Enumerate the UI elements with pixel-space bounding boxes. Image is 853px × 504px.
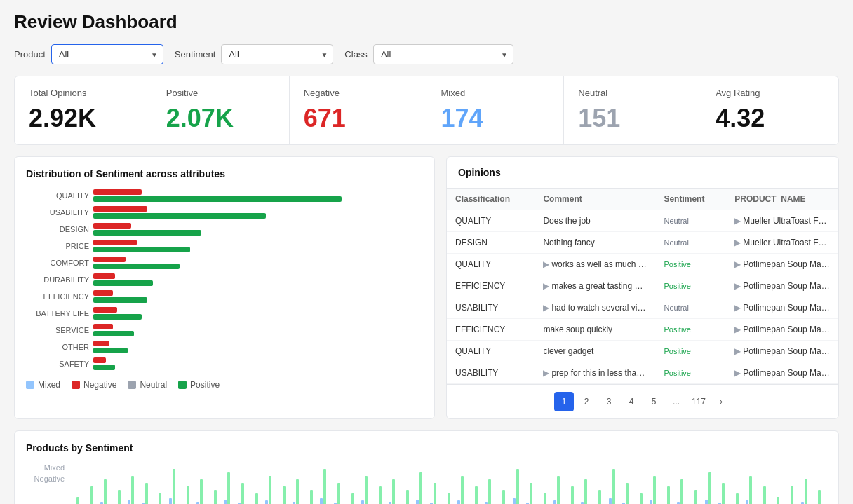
- sentiment-select[interactable]: All: [221, 44, 333, 64]
- positive-bar: [76, 497, 79, 504]
- mixed-bar: [196, 502, 199, 505]
- negative-bar: [93, 290, 113, 296]
- bar-group: [526, 483, 539, 504]
- metric-card-positive: Positive 2.07K: [152, 76, 290, 144]
- positive-bar: [323, 469, 326, 504]
- bar-label: USABILITY: [26, 208, 89, 217]
- product-cell: ▶Potlimepan Soup Maker: [726, 319, 838, 341]
- positive-bar: [736, 493, 739, 504]
- bar-group: [73, 497, 86, 504]
- bar-group: [100, 479, 113, 504]
- positive-bar: [777, 497, 779, 504]
- product-filter-group: Product All ▼: [14, 44, 163, 64]
- positive-bar: [544, 493, 546, 504]
- positive-bar: [131, 476, 134, 504]
- class-select[interactable]: All: [373, 44, 513, 64]
- sentiment-cell: Neutral: [655, 297, 726, 319]
- positive-bar: [406, 490, 409, 504]
- table-header-sentiment: Sentiment: [655, 189, 726, 210]
- mixed-bar: [705, 500, 708, 505]
- sentiment-cell: Positive: [655, 362, 726, 384]
- bar-group: [691, 490, 704, 504]
- product-select-wrapper: All ▼: [51, 44, 163, 64]
- mixed-bar: [320, 498, 323, 504]
- metric-card-mixed: Mixed 174: [426, 76, 564, 144]
- classification-cell: EFFICIENCY: [447, 275, 535, 297]
- table-header-comment: Comment: [535, 189, 655, 210]
- bars-container: [93, 257, 423, 269]
- bar-label: SAFETY: [26, 360, 89, 368]
- bar-group: [457, 476, 470, 504]
- positive-bar: [118, 490, 121, 504]
- negative-bar: [93, 273, 115, 279]
- sentiment-cell: Positive: [655, 341, 726, 362]
- page-button-5[interactable]: 5: [644, 392, 664, 411]
- product-select[interactable]: All: [51, 44, 163, 64]
- positive-bar: [461, 476, 464, 504]
- bar-label: OTHER: [26, 343, 89, 351]
- bars-container: [93, 341, 423, 353]
- bar-group: [293, 479, 305, 504]
- bar-group: [444, 493, 457, 504]
- mixed-bar: [389, 502, 391, 505]
- bar-group: [128, 476, 140, 504]
- bar-group: [513, 469, 525, 504]
- mixed-bar: [485, 502, 488, 505]
- product-cell: ▶Potlimepan Soup Make...: [726, 362, 838, 384]
- bar-row: USABILITY: [26, 206, 423, 219]
- negative-bar: [93, 240, 137, 245]
- positive-bar: [392, 479, 395, 504]
- page-button-1[interactable]: 1: [554, 392, 574, 411]
- mixed-bar: [609, 498, 612, 504]
- negative-bar: [93, 324, 113, 329]
- positive-bar: [93, 213, 266, 219]
- mixed-bar: [224, 500, 227, 505]
- bar-group: [142, 483, 154, 504]
- metric-value: 151: [578, 104, 687, 133]
- page-button-2[interactable]: 2: [577, 392, 596, 411]
- positive-bar: [598, 490, 601, 504]
- comment-cell: ▶had to watch several video...: [535, 297, 655, 319]
- comment-cell: clever gadget: [535, 341, 655, 362]
- mixed-bar: [293, 502, 295, 505]
- metric-label: Total Opinions: [29, 88, 137, 98]
- legend-dot: [178, 381, 187, 389]
- classification-cell: USABILITY: [447, 297, 535, 319]
- bar-group: [471, 486, 484, 504]
- comment-cell: make soup quickly: [535, 319, 655, 341]
- bar-label: PRICE: [26, 242, 89, 250]
- mixed-bar: [416, 500, 419, 505]
- bar-group: [196, 479, 209, 504]
- positive-bar: [93, 348, 128, 353]
- positive-bar: [93, 314, 142, 320]
- table-header-classification: Classification: [447, 189, 535, 210]
- metric-card-avg-rating: Avg Rating 4.32: [701, 76, 838, 144]
- class-label: Class: [344, 49, 368, 60]
- positive-bar: [90, 486, 93, 504]
- positive-bar: [159, 493, 161, 504]
- positive-bar: [653, 476, 656, 504]
- mixed-bar: [581, 502, 584, 505]
- bars-container: [93, 290, 423, 303]
- bar-group: [430, 483, 443, 504]
- page-button-total[interactable]: 117: [689, 392, 708, 411]
- legend-label: Neutral: [140, 380, 167, 390]
- positive-bar: [680, 479, 683, 504]
- bar-group: [279, 486, 292, 504]
- page-button-4[interactable]: 4: [622, 392, 641, 411]
- mixed-bar: [553, 500, 556, 504]
- distribution-chart-panel: Distribution of Sentiment across attribu…: [14, 156, 435, 419]
- bars-container: [93, 189, 423, 202]
- positive-bar: [475, 486, 478, 504]
- page-button-3[interactable]: 3: [599, 392, 619, 411]
- bar-row: PRICE: [26, 240, 423, 252]
- positive-bar: [337, 483, 340, 504]
- bar-group: [705, 472, 718, 504]
- bar-row: DESIGN: [26, 223, 423, 236]
- pagination-next-button[interactable]: ›: [711, 392, 731, 411]
- grouped-bars: [73, 462, 827, 504]
- bar-label: DURABILITY: [26, 275, 89, 284]
- bars-container: [93, 206, 423, 219]
- bar-row: DURABILITY: [26, 273, 423, 286]
- legend-dot: [128, 381, 136, 389]
